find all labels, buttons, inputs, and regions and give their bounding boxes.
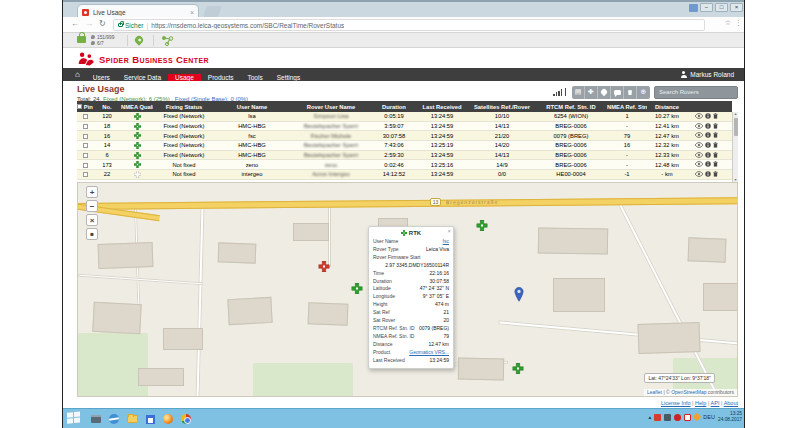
view-on-map-icon[interactable] bbox=[695, 152, 703, 159]
tray-status-icon[interactable] bbox=[684, 414, 691, 421]
rover-marker-cross[interactable] bbox=[352, 280, 363, 298]
nav-item-settings[interactable]: Settings bbox=[270, 74, 308, 81]
map-zoom-in-button[interactable]: + bbox=[86, 186, 98, 198]
nav-item-tools[interactable]: Tools bbox=[241, 74, 270, 81]
delete-button[interactable] bbox=[624, 86, 637, 99]
tray-shield-icon[interactable] bbox=[674, 414, 681, 421]
table-row[interactable]: 22Not fixedintergeoAcros Intergeo14:12:5… bbox=[77, 170, 732, 180]
map-extent-button[interactable]: ■ bbox=[86, 228, 98, 240]
row-checkbox[interactable] bbox=[83, 134, 88, 139]
row-checkbox[interactable] bbox=[83, 143, 88, 148]
delete-rover-icon[interactable] bbox=[713, 161, 718, 168]
tray-warning-icon[interactable] bbox=[693, 413, 701, 421]
row-checkbox[interactable] bbox=[83, 163, 88, 168]
delete-rover-icon[interactable] bbox=[713, 132, 718, 139]
tray-expand-icon[interactable]: ▴ bbox=[649, 414, 652, 420]
delete-rover-icon[interactable] bbox=[713, 142, 718, 149]
taskbar-chrome-icon[interactable] bbox=[179, 412, 193, 426]
view-on-map-icon[interactable] bbox=[695, 161, 703, 168]
rover-info-icon[interactable] bbox=[705, 132, 711, 139]
footer-link-about[interactable]: About bbox=[724, 400, 738, 406]
home-icon[interactable]: ⌂ bbox=[75, 70, 80, 79]
new-tab-button[interactable] bbox=[203, 6, 222, 17]
account-menu[interactable]: Markus Roland bbox=[680, 71, 734, 78]
tray-app-icon[interactable] bbox=[654, 414, 661, 421]
row-checkbox[interactable] bbox=[83, 114, 88, 119]
popup-field: Rover TypeLeica Viva bbox=[373, 246, 449, 254]
footer-link-license-info[interactable]: License Info bbox=[661, 400, 691, 406]
table-row[interactable]: 120Fixed (Network)lsaSimpson Lisa0:05:19… bbox=[77, 112, 732, 122]
view-on-map-icon[interactable] bbox=[695, 171, 703, 178]
taskbar-folder-icon[interactable] bbox=[125, 412, 139, 426]
taskbar-clock[interactable]: 13:25 24.08.2017 bbox=[718, 411, 742, 423]
window-maximize-button[interactable]: □ bbox=[715, 3, 728, 12]
window-minimize-button[interactable]: − bbox=[700, 3, 713, 12]
table-row[interactable]: 18Fixed (Network)HMC-HBGBeutelspacher Sp… bbox=[77, 122, 732, 132]
nav-item-service-data[interactable]: Service Data bbox=[117, 74, 168, 81]
search-rovers-input[interactable] bbox=[654, 86, 738, 99]
table-row[interactable]: 14Fixed (Network)HMC-HBGBeutelspacher Sp… bbox=[77, 141, 732, 151]
bookmark-star-icon[interactable]: ☆ bbox=[725, 19, 731, 27]
taskbar-save-icon[interactable] bbox=[143, 412, 157, 426]
table-row[interactable]: 173Not fixedzenozeno0:02:4613:25:1614/9B… bbox=[77, 160, 732, 170]
url-field[interactable]: Sicher | https://rnsdemo.leica-geosystem… bbox=[113, 19, 705, 31]
window-profile-icon[interactable] bbox=[689, 4, 698, 12]
view-on-map-icon[interactable] bbox=[695, 132, 703, 139]
delete-rover-icon[interactable] bbox=[713, 152, 718, 159]
rover-marker-cross[interactable] bbox=[513, 360, 524, 378]
popup-field-value[interactable]: Geomatics VRS... bbox=[409, 349, 449, 357]
nav-item-users[interactable]: Users bbox=[86, 74, 117, 81]
delete-rover-icon[interactable] bbox=[713, 171, 718, 178]
table-row[interactable]: 16Fixed (Network)fscFischer Michele30:07… bbox=[77, 131, 732, 141]
rover-info-icon[interactable] bbox=[705, 113, 711, 120]
forward-icon[interactable]: → bbox=[85, 19, 93, 28]
map-zoom-out-button[interactable]: − bbox=[86, 200, 98, 212]
popup-close-icon[interactable]: × bbox=[447, 228, 451, 234]
row-checkbox[interactable] bbox=[83, 153, 88, 158]
start-button[interactable] bbox=[67, 411, 83, 427]
nmea-quality-button[interactable]: ✚ bbox=[585, 86, 598, 99]
view-on-map-icon[interactable] bbox=[695, 113, 703, 120]
browser-menu-icon[interactable]: ⋮ bbox=[735, 19, 742, 27]
delete-rover-icon[interactable] bbox=[713, 113, 718, 120]
row-checkbox[interactable] bbox=[83, 172, 88, 177]
popup-field-value[interactable]: fsc bbox=[443, 238, 449, 246]
table-scrollbar[interactable]: ▲ ▼ bbox=[732, 112, 738, 182]
taskbar-system-icon[interactable] bbox=[89, 412, 103, 426]
row-checkbox[interactable] bbox=[83, 124, 88, 129]
nav-item-products[interactable]: Products bbox=[201, 74, 241, 81]
rover-marker-cross[interactable] bbox=[477, 217, 488, 235]
rover-info-icon[interactable] bbox=[705, 123, 711, 130]
rover-marker-cross[interactable] bbox=[319, 258, 330, 276]
map-view-button[interactable] bbox=[598, 86, 611, 99]
header-checkbox[interactable] bbox=[77, 104, 82, 109]
leaflet-link[interactable]: Leaflet bbox=[647, 389, 662, 395]
view-on-map-icon[interactable] bbox=[695, 123, 703, 130]
view-on-map-icon[interactable] bbox=[695, 142, 703, 149]
nav-item-usage[interactable]: Usage bbox=[168, 74, 201, 81]
taskbar-ie-icon[interactable] bbox=[107, 412, 121, 426]
footer-link-api[interactable]: API bbox=[711, 400, 720, 406]
osm-link[interactable]: OpenStreetMap bbox=[671, 389, 706, 395]
keyboard-language[interactable]: DEU bbox=[703, 414, 715, 420]
rover-marker-pin[interactable] bbox=[514, 287, 524, 306]
reload-icon[interactable]: ↻ bbox=[99, 19, 106, 28]
footer-link-help[interactable]: Help bbox=[695, 400, 706, 406]
delete-rover-icon[interactable] bbox=[713, 123, 718, 130]
table-row[interactable]: 6Fixed (Network)HMC-HBGBeutelspacher Spe… bbox=[77, 151, 732, 161]
list-view-button[interactable]: ▤ bbox=[572, 86, 585, 99]
tab-close-icon[interactable]: × bbox=[190, 9, 194, 16]
rover-info-icon[interactable] bbox=[705, 161, 711, 168]
back-icon[interactable]: ← bbox=[71, 19, 79, 28]
location-pin-icon[interactable] bbox=[133, 34, 144, 45]
rover-info-icon[interactable] bbox=[705, 171, 711, 178]
tray-flag-icon[interactable] bbox=[664, 414, 671, 421]
leaflet-map[interactable]: 13 Bregenzerstraße + − × ■ × RTK User Na… bbox=[77, 182, 738, 397]
globe-button[interactable]: ⊕ bbox=[637, 86, 650, 99]
taskbar-firefox-icon[interactable] bbox=[161, 412, 175, 426]
rover-info-icon[interactable] bbox=[705, 152, 711, 159]
window-close-button[interactable]: × bbox=[730, 3, 743, 12]
map-fullscreen-button[interactable]: × bbox=[86, 214, 98, 226]
rover-info-icon[interactable] bbox=[705, 142, 711, 149]
message-button[interactable] bbox=[611, 86, 624, 99]
